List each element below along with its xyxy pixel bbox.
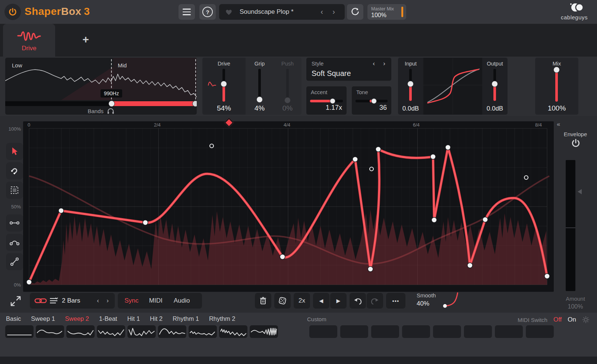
- collapse-panel-button[interactable]: ‹‹: [557, 121, 559, 128]
- custom-slot-7[interactable]: [495, 325, 523, 338]
- cableguys-logo[interactable]: cableguys: [558, 2, 590, 20]
- style-next-button[interactable]: ›: [383, 60, 385, 67]
- wave-thumbnail-9[interactable]: [250, 325, 278, 338]
- push-slider-track[interactable]: [286, 69, 289, 102]
- smooth-control[interactable]: Smooth 40%: [413, 291, 462, 310]
- custom-slot-6[interactable]: [464, 325, 492, 338]
- band-mid-label[interactable]: Mid: [118, 62, 127, 68]
- audition-loop-button[interactable]: [347, 4, 363, 20]
- midi-settings-gear-icon[interactable]: [582, 316, 590, 323]
- input-slider-knob[interactable]: [407, 81, 414, 87]
- style-panel[interactable]: Style ‹ › Soft Square: [306, 58, 391, 81]
- envelope-curve-handle[interactable]: [524, 176, 528, 179]
- wave-length-value[interactable]: 2 Bars: [62, 293, 80, 309]
- wave-thumbnail-7[interactable]: [189, 325, 217, 338]
- wave-category-sweep-1[interactable]: Sweep 1: [31, 315, 55, 322]
- wave-thumbnail-1[interactable]: [5, 325, 34, 338]
- wave-thumbnail-4[interactable]: [97, 325, 125, 338]
- envelope-power-button[interactable]: [571, 138, 581, 148]
- mode-audio[interactable]: Audio: [174, 293, 190, 309]
- main-menu-button[interactable]: [179, 4, 195, 20]
- mix-slider-knob[interactable]: [553, 67, 560, 73]
- headphones-icon[interactable]: [107, 108, 114, 114]
- shift-left-button[interactable]: ◀: [313, 293, 329, 309]
- custom-slot-2[interactable]: [340, 325, 368, 338]
- wave-thumbnail-8[interactable]: [219, 325, 247, 338]
- style-value[interactable]: Soft Square: [312, 69, 351, 78]
- envelope-curve-handle[interactable]: [210, 144, 214, 148]
- mode-sync[interactable]: Sync: [124, 293, 139, 309]
- grip-slider-knob[interactable]: [256, 96, 263, 103]
- envelope-point[interactable]: [376, 147, 381, 152]
- custom-slot-1[interactable]: [309, 325, 337, 338]
- wave-category-hit-1[interactable]: Hit 1: [127, 315, 140, 322]
- custom-slot-8[interactable]: [526, 325, 554, 338]
- mode-midi[interactable]: MIDI: [149, 293, 162, 309]
- undo-button[interactable]: [350, 293, 366, 309]
- bands-row[interactable]: Bands: [5, 107, 197, 115]
- tool-cursor-button[interactable]: [6, 143, 23, 160]
- envelope-point[interactable]: [143, 220, 148, 225]
- drive-slider-knob[interactable]: [221, 81, 227, 87]
- expand-editor-button[interactable]: [9, 294, 22, 308]
- band-end-knob[interactable]: [192, 100, 197, 107]
- wave-thumbnail-6[interactable]: [158, 325, 186, 338]
- preset-next-button[interactable]: ›: [332, 4, 335, 20]
- envelope-point[interactable]: [353, 157, 358, 162]
- length-next-button[interactable]: ›: [107, 293, 109, 309]
- wave-category-rhythm-2[interactable]: Rhythm 2: [209, 315, 236, 322]
- help-button[interactable]: ?: [199, 4, 216, 20]
- push-slider-knob[interactable]: [284, 97, 291, 103]
- envelope-point[interactable]: [544, 274, 550, 279]
- custom-slot-4[interactable]: [402, 325, 430, 338]
- preset-bar[interactable]: Soundscape Plop * ‹ ›: [219, 4, 345, 20]
- envelope-point[interactable]: [432, 217, 437, 223]
- tone-slider-knob[interactable]: [371, 98, 377, 104]
- custom-slot-3[interactable]: [371, 325, 399, 338]
- wave-category-basic[interactable]: Basic: [6, 315, 21, 322]
- shift-right-button[interactable]: ▶: [330, 293, 347, 309]
- bands-label[interactable]: Bands: [88, 108, 104, 114]
- add-shaper-button[interactable]: +: [79, 33, 92, 46]
- meter-pointer-icon[interactable]: [578, 189, 582, 194]
- tool-scurve-button[interactable]: [6, 253, 23, 270]
- more-actions-button[interactable]: •••: [386, 293, 405, 309]
- tool-marquee-button[interactable]: [6, 182, 23, 199]
- double-wave-button[interactable]: 2x: [294, 293, 310, 309]
- envelope-amount-meter[interactable]: [566, 160, 575, 291]
- midi-switch-on[interactable]: On: [568, 316, 576, 323]
- crossover-knob[interactable]: [108, 100, 115, 107]
- tab-drive[interactable]: Drive: [3, 24, 55, 57]
- envelope-point[interactable]: [483, 217, 488, 222]
- wave-category-sweep-2[interactable]: Sweep 2: [65, 315, 89, 322]
- envelope-point[interactable]: [368, 266, 373, 272]
- tool-line-button[interactable]: [6, 214, 23, 232]
- delete-wave-button[interactable]: [255, 293, 271, 309]
- wave-thumbnail-2[interactable]: [36, 325, 64, 338]
- style-prev-button[interactable]: ‹: [373, 60, 375, 67]
- envelope-point[interactable]: [26, 280, 32, 285]
- envelope-point[interactable]: [59, 208, 64, 213]
- output-slider-knob[interactable]: [492, 81, 498, 87]
- envelope-canvas[interactable]: [29, 128, 547, 285]
- wave-thumbnail-3[interactable]: [66, 325, 95, 338]
- tone-panel[interactable]: Tone 36: [352, 86, 391, 115]
- accent-slider-knob[interactable]: [330, 98, 335, 104]
- master-mix-control[interactable]: Master Mix 100%: [367, 4, 406, 20]
- smooth-curve-icon[interactable]: [441, 292, 461, 309]
- plugin-power-button[interactable]: [4, 4, 21, 20]
- preset-name[interactable]: Soundscape Plop *: [240, 4, 294, 20]
- envelope-point[interactable]: [280, 254, 285, 259]
- randomize-button[interactable]: [274, 293, 291, 309]
- wave-thumbnail-5[interactable]: [127, 325, 156, 338]
- tool-snap-button[interactable]: [6, 162, 23, 179]
- custom-slot-5[interactable]: [433, 325, 461, 338]
- favorite-heart-icon[interactable]: [224, 8, 233, 16]
- tool-curve-button[interactable]: [6, 234, 23, 251]
- length-menu-icon[interactable]: [49, 297, 59, 305]
- wave-category-rhythm-1[interactable]: Rhythm 1: [173, 315, 199, 322]
- midi-switch-off[interactable]: Off: [553, 316, 562, 323]
- envelope-point[interactable]: [430, 154, 436, 159]
- wave-category-hit-2[interactable]: Hit 2: [150, 315, 162, 322]
- length-prev-button[interactable]: ‹: [97, 293, 99, 309]
